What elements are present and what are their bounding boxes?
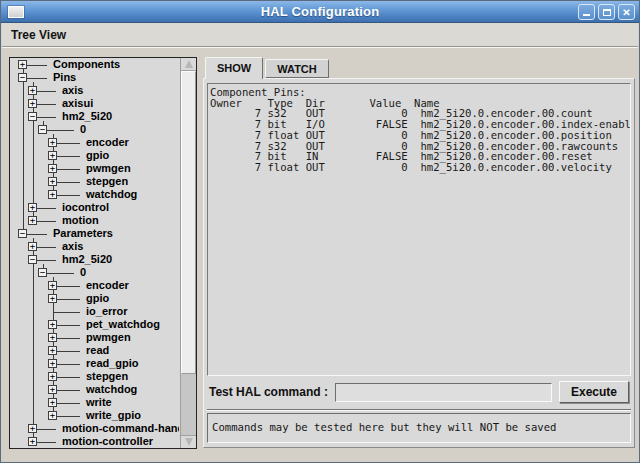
- tree-connector-line: [53, 351, 80, 352]
- tree-connector-line: [43, 130, 74, 131]
- tree-expander-encoder[interactable]: +: [48, 138, 57, 147]
- tab-show[interactable]: SHOW: [205, 57, 263, 79]
- tree-item-motion[interactable]: motion: [62, 214, 99, 227]
- test-hal-command-label: Test HAL command :: [209, 385, 328, 399]
- tree-connector-line: [43, 273, 74, 274]
- tree-item-stepgen[interactable]: stepgen: [86, 175, 128, 188]
- tree-item-encoder[interactable]: encoder: [86, 136, 129, 149]
- tree-connector-line: [53, 195, 80, 196]
- tree-connector-line: [53, 169, 80, 170]
- tree-expander-Pins[interactable]: −: [18, 73, 27, 82]
- tree-expander-gpio[interactable]: +: [48, 151, 57, 160]
- close-button[interactable]: ✕: [618, 4, 635, 20]
- window-title: HAL Configuration: [1, 4, 639, 19]
- minimize-icon: [583, 14, 590, 16]
- tree-scrollbar[interactable]: [180, 58, 196, 448]
- tree-expander-write_gpio[interactable]: +: [48, 411, 57, 420]
- tree-item-axisui[interactable]: axisui: [62, 97, 93, 110]
- tree-item-read[interactable]: read: [86, 344, 109, 357]
- status-message-box: Commands may be tested here but they wil…: [207, 413, 631, 443]
- tree-expander-stepgen[interactable]: +: [48, 177, 57, 186]
- tree-connector-line: [53, 403, 80, 404]
- tree-expander-axis[interactable]: +: [28, 86, 37, 95]
- tree-connector-line: [33, 238, 34, 442]
- tree-item-write[interactable]: write: [86, 396, 112, 409]
- tab-watch[interactable]: WATCH: [265, 59, 329, 78]
- tree-expander-pet_watchdog[interactable]: +: [48, 320, 57, 329]
- tree-connector-line: [53, 312, 80, 313]
- tree-item-Pins[interactable]: Pins: [53, 71, 76, 84]
- separator: [207, 409, 631, 411]
- tree-expander-hm2_5i20[interactable]: −: [28, 255, 37, 264]
- notebook: SHOWWATCH Component Pins: Owner Type Dir…: [203, 56, 635, 448]
- tree-item-io_error[interactable]: io_error: [86, 305, 128, 318]
- tree-expander-iocontrol[interactable]: +: [28, 203, 37, 212]
- tree-connector-line: [53, 338, 80, 339]
- tree-connector-line: [53, 364, 80, 365]
- tree-item-pet_watchdog[interactable]: pet_watchdog: [86, 318, 160, 331]
- tree-expander-axis[interactable]: +: [28, 242, 37, 251]
- minimize-button[interactable]: [578, 4, 595, 20]
- tree-connector-line: [53, 377, 80, 378]
- tree-item-iocontrol[interactable]: iocontrol: [62, 201, 109, 214]
- tree-expander-encoder[interactable]: +: [48, 281, 57, 290]
- tree-expander-motion-command-handl[interactable]: +: [28, 424, 37, 433]
- tab-bar: SHOWWATCH: [203, 56, 635, 78]
- tree-expander-stepgen[interactable]: +: [48, 372, 57, 381]
- tree-item-Components[interactable]: Components: [53, 58, 120, 71]
- tree-item-hm2_5i20[interactable]: hm2_5i20: [62, 110, 112, 123]
- execute-button[interactable]: Execute: [559, 381, 629, 403]
- tree-expander-read_gpio[interactable]: +: [48, 359, 57, 368]
- tree-item-watchdog[interactable]: watchdog: [86, 188, 137, 201]
- tree-item-gpio[interactable]: gpio: [86, 292, 109, 305]
- status-message: Commands may be tested here but they wil…: [212, 421, 556, 433]
- show-page: Component Pins: Owner Type Dir Value Nam…: [203, 78, 635, 448]
- tree-item-0[interactable]: 0: [80, 266, 86, 279]
- tree-item-stepgen[interactable]: stepgen: [86, 370, 128, 383]
- tree-item-motion-command-handl[interactable]: motion-command-handl: [62, 422, 179, 435]
- maximize-button[interactable]: [598, 4, 615, 20]
- tree-expander-0[interactable]: −: [38, 268, 47, 277]
- scroll-down-button[interactable]: [181, 435, 196, 448]
- tree-item-gpio[interactable]: gpio: [86, 149, 109, 162]
- tree-expander-axisui[interactable]: +: [28, 99, 37, 108]
- tree-item-0[interactable]: 0: [80, 123, 86, 136]
- tree-expander-watchdog[interactable]: +: [48, 385, 57, 394]
- tree-item-axis[interactable]: axis: [62, 240, 83, 253]
- tree-item-encoder[interactable]: encoder: [86, 279, 129, 292]
- tree-item-hm2_5i20[interactable]: hm2_5i20: [62, 253, 112, 266]
- tree-item-read_gpio[interactable]: read_gpio: [86, 357, 139, 370]
- tree-item-Parameters[interactable]: Parameters: [53, 227, 113, 240]
- tree-item-write_gpio[interactable]: write_gpio: [86, 409, 141, 422]
- tree-item-pwmgen[interactable]: pwmgen: [86, 331, 131, 344]
- tree-item-axis[interactable]: axis: [62, 84, 83, 97]
- tree-item-motion-controller[interactable]: motion-controller: [62, 435, 153, 448]
- scroll-up-button[interactable]: [181, 58, 196, 71]
- tree-item-pwmgen[interactable]: pwmgen: [86, 162, 131, 175]
- tree-expander-motion[interactable]: +: [28, 216, 37, 225]
- titlebar[interactable]: HAL Configuration ✕: [1, 1, 639, 23]
- tree-expander-Components[interactable]: +: [18, 60, 27, 69]
- tree-expander-write[interactable]: +: [48, 398, 57, 407]
- command-row: Test HAL command : Execute: [207, 376, 631, 406]
- hal-command-input[interactable]: [335, 383, 552, 402]
- tree-expander-watchdog[interactable]: +: [48, 190, 57, 199]
- pin-list: Component Pins: Owner Type Dir Value Nam…: [210, 87, 628, 173]
- arrow-up-icon: [185, 56, 193, 68]
- tree-connector-line: [53, 156, 80, 157]
- tree-expander-pwmgen[interactable]: +: [48, 164, 57, 173]
- tree-item-watchdog[interactable]: watchdog: [86, 383, 137, 396]
- window-icon: [8, 6, 24, 18]
- menu-tree-view[interactable]: Tree View: [2, 25, 75, 45]
- close-icon: ✕: [619, 6, 634, 19]
- scrollbar-thumb[interactable]: [181, 71, 196, 374]
- tree-expander-0[interactable]: −: [38, 125, 47, 134]
- tree-expander-pwmgen[interactable]: +: [48, 333, 57, 342]
- tree-connector-line: [53, 416, 80, 417]
- pin-list-box: Component Pins: Owner Type Dir Value Nam…: [207, 83, 631, 376]
- tree-expander-gpio[interactable]: +: [48, 294, 57, 303]
- tree-expander-Parameters[interactable]: −: [18, 229, 27, 238]
- tree-expander-hm2_5i20[interactable]: −: [28, 112, 37, 121]
- tree-expander-read[interactable]: +: [48, 346, 57, 355]
- tree-expander-motion-controller[interactable]: +: [28, 437, 37, 446]
